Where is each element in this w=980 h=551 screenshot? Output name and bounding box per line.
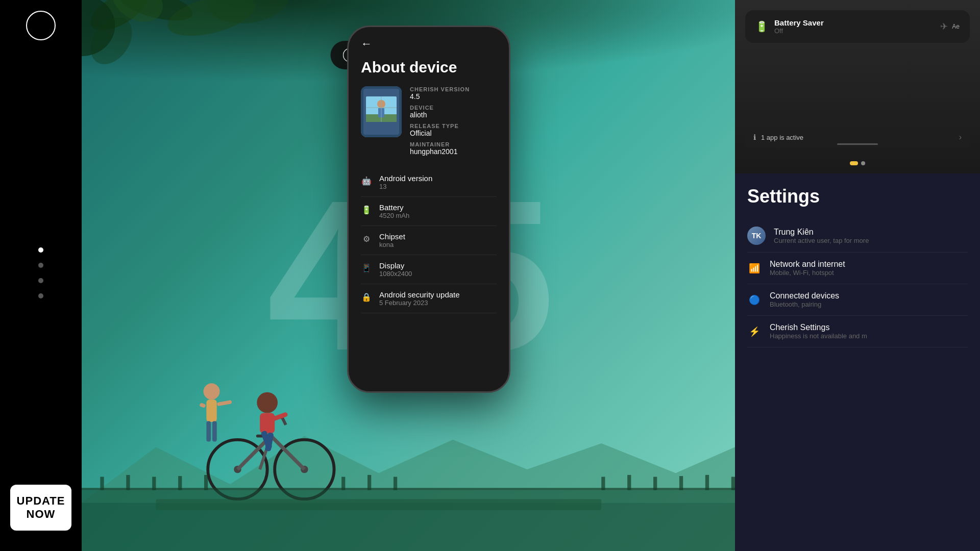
svg-rect-46 bbox=[679, 476, 683, 490]
cherish-version-label: CHERISH VERSION bbox=[410, 86, 470, 92]
network-subtitle: Mobile, Wi-Fi, hotspot bbox=[770, 269, 845, 277]
user-settings-item[interactable]: TK Trung Kiên Current active user, tap f… bbox=[747, 219, 968, 253]
network-settings-item[interactable]: 📶 Network and internet Mobile, Wi-Fi, ho… bbox=[747, 253, 968, 284]
svg-rect-42 bbox=[394, 477, 397, 490]
svg-rect-14 bbox=[206, 421, 211, 441]
android-version-value: 13 bbox=[379, 183, 432, 190]
svg-rect-38 bbox=[178, 476, 182, 490]
maintainer-label: MAINTAINER bbox=[410, 141, 470, 147]
svg-rect-47 bbox=[705, 475, 709, 490]
display-row: 📱 Display 1080x2400 bbox=[361, 255, 497, 284]
connected-devices-subtitle: Bluetooth, pairing bbox=[770, 300, 839, 308]
svg-rect-39 bbox=[204, 475, 208, 490]
device-card: CHERISH VERSION 4.5 DEVICE alioth RELEAS… bbox=[361, 86, 497, 156]
chipset-value: kona bbox=[379, 241, 405, 248]
home-indicator bbox=[837, 143, 878, 145]
battery-saver-icon: 🔋 bbox=[755, 20, 768, 33]
about-device-title: About device bbox=[361, 59, 497, 76]
device-thumbnail bbox=[361, 86, 402, 137]
device-info: CHERISH VERSION 4.5 DEVICE alioth RELEAS… bbox=[410, 86, 470, 156]
battery-row: 🔋 Battery 4520 mAh bbox=[361, 197, 497, 226]
page-dot-1[interactable] bbox=[38, 247, 43, 253]
app-logo bbox=[26, 10, 56, 41]
info-icon: ℹ bbox=[753, 133, 756, 141]
svg-rect-44 bbox=[627, 475, 631, 490]
device-value: alioth bbox=[410, 111, 470, 119]
chipset-row: ⚙ Chipset kona bbox=[361, 226, 497, 255]
battery-saver-subtitle: Off bbox=[774, 27, 824, 35]
connected-devices-title: Connected devices bbox=[770, 291, 839, 300]
android-version-name: Android version bbox=[379, 174, 432, 183]
cherish-version-value: 4.5 bbox=[410, 92, 470, 101]
active-app-text: 1 app is active bbox=[761, 134, 803, 141]
user-subtitle: Current active user, tap for more bbox=[774, 237, 869, 244]
svg-rect-30 bbox=[260, 413, 275, 433]
page-dots bbox=[38, 61, 43, 485]
network-title: Network and internet bbox=[770, 260, 845, 269]
chipset-icon: ⚙ bbox=[361, 233, 372, 244]
android-version-row: 🤖 Android version 13 bbox=[361, 168, 497, 197]
connected-devices-item[interactable]: 🔵 Connected devices Bluetooth, pairing bbox=[747, 284, 968, 316]
airplane-icon: ✈ bbox=[940, 21, 948, 32]
security-update-name: Android security update bbox=[379, 290, 460, 299]
phone-mockup: ← About device bbox=[347, 26, 510, 393]
settings-area: Settings TK Trung Kiên Current active us… bbox=[735, 173, 980, 551]
indicator-dots bbox=[850, 161, 865, 165]
svg-rect-17 bbox=[217, 400, 232, 406]
user-avatar: TK bbox=[747, 227, 766, 245]
svg-point-29 bbox=[257, 392, 278, 413]
svg-rect-48 bbox=[731, 477, 735, 490]
svg-rect-16 bbox=[199, 403, 206, 408]
bluetooth-icon: 🔵 bbox=[747, 293, 762, 307]
active-app-bar[interactable]: ℹ 1 app is active › bbox=[745, 127, 970, 148]
svg-point-12 bbox=[204, 383, 220, 399]
security-update-row: 🔒 Android security update 5 February 202… bbox=[361, 284, 497, 313]
svg-rect-40 bbox=[341, 477, 345, 490]
page-dot-4[interactable] bbox=[38, 293, 43, 298]
maintainer-value: hungphan2001 bbox=[410, 147, 470, 156]
chevron-right-icon: › bbox=[959, 133, 962, 142]
battery-saver-card: 🔋 Battery Saver Off ✈ Ae bbox=[745, 10, 970, 43]
settings-title: Settings bbox=[747, 186, 968, 207]
right-panel: 🔋 Battery Saver Off ✈ Ae ℹ 1 app is acti… bbox=[735, 0, 980, 551]
update-now-button[interactable]: UPDATE NOW bbox=[10, 485, 71, 531]
device-label: DEVICE bbox=[410, 105, 470, 111]
svg-rect-43 bbox=[601, 477, 605, 490]
svg-rect-41 bbox=[368, 475, 371, 490]
right-top-area: 🔋 Battery Saver Off ✈ Ae ℹ 1 app is acti… bbox=[735, 0, 980, 173]
chipset-name: Chipset bbox=[379, 232, 405, 241]
release-type-label: RELEASE TYPE bbox=[410, 123, 470, 129]
cherish-settings-subtitle: Happiness is not available and m bbox=[770, 332, 867, 340]
svg-rect-45 bbox=[653, 477, 657, 490]
display-name: Display bbox=[379, 261, 412, 270]
release-type-value: Official bbox=[410, 129, 470, 137]
svg-rect-49 bbox=[82, 490, 735, 551]
cherish-settings-item[interactable]: ⚡ Cherish Settings Happiness is not avai… bbox=[747, 316, 968, 347]
security-update-value: 5 February 2023 bbox=[379, 299, 460, 307]
page-dot-3[interactable] bbox=[38, 278, 43, 283]
cherish-settings-title: Cherish Settings bbox=[770, 323, 867, 332]
android-icon: 🤖 bbox=[361, 175, 372, 186]
svg-rect-37 bbox=[152, 477, 156, 490]
page-dot-2[interactable] bbox=[38, 263, 43, 268]
svg-line-27 bbox=[282, 417, 286, 425]
svg-rect-15 bbox=[212, 421, 217, 441]
main-content: 4.5 bbox=[82, 0, 735, 551]
wifi-icon: 📶 bbox=[747, 261, 762, 276]
display-value: 1080x2400 bbox=[379, 270, 412, 278]
svg-rect-13 bbox=[206, 399, 216, 422]
back-arrow-button[interactable]: ← bbox=[361, 37, 497, 51]
battery-saver-title: Battery Saver bbox=[774, 18, 824, 27]
sidebar: UPDATE NOW bbox=[0, 0, 82, 551]
battery-value: 4520 mAh bbox=[379, 212, 409, 219]
battery-icon: 🔋 bbox=[361, 204, 372, 215]
user-name: Trung Kiên bbox=[774, 228, 869, 237]
svg-rect-33 bbox=[271, 412, 288, 421]
svg-rect-35 bbox=[100, 477, 104, 490]
security-icon: 🔒 bbox=[361, 291, 372, 303]
battery-name: Battery bbox=[379, 203, 409, 212]
svg-point-0 bbox=[27, 11, 55, 40]
display-icon: 📱 bbox=[361, 262, 372, 273]
svg-rect-36 bbox=[126, 475, 130, 490]
cherish-settings-icon: ⚡ bbox=[747, 324, 762, 339]
